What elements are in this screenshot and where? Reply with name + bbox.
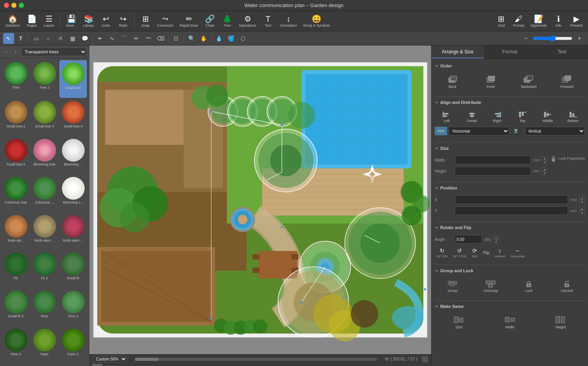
x-input[interactable]: [455, 195, 568, 204]
chain-button[interactable]: 🔗 Chain: [202, 13, 218, 29]
tree-item-multi-stem[interactable]: Multi-ste...: [2, 213, 29, 250]
draw-tool[interactable]: ✏: [131, 33, 142, 44]
tab-text[interactable]: Text: [536, 46, 588, 58]
hypernote-button[interactable]: 📝 Hypernote: [528, 13, 549, 29]
grid-button[interactable]: ⊞ Grid: [494, 13, 509, 29]
y-input[interactable]: [455, 206, 568, 215]
table-tool[interactable]: ▦: [67, 33, 78, 44]
tree-item-palm2[interactable]: Palm 2: [60, 327, 87, 364]
rect-tool[interactable]: ▭: [31, 33, 42, 44]
scroll-bar-h[interactable]: [135, 358, 377, 361]
group-button[interactable]: Group: [435, 278, 470, 294]
tree-item-small-tree4[interactable]: Small tree 4: [60, 99, 87, 136]
operations-button[interactable]: ⚙ Operations: [237, 13, 259, 29]
size-section-header[interactable]: ▼ Size: [435, 144, 585, 152]
tree-item-small-tree5[interactable]: Small tree 5: [2, 137, 29, 174]
pen-tool[interactable]: ✒: [94, 33, 105, 44]
horizontal-distribute-icon[interactable]: [435, 127, 447, 135]
zoom-slider[interactable]: [533, 35, 572, 42]
tree-item-small-tree2[interactable]: Small tree 2: [2, 99, 29, 136]
library-button[interactable]: 📚 Library: [81, 13, 96, 29]
make-size-button[interactable]: Size: [435, 313, 483, 331]
height-stepper[interactable]: ▲ ▼: [542, 167, 547, 175]
bezier-tool[interactable]: ∿: [107, 33, 118, 44]
text-button[interactable]: T Text: [260, 13, 276, 29]
tree-item-columnar2[interactable]: Columnar ...: [31, 175, 58, 212]
angle-down[interactable]: ▼: [494, 239, 499, 243]
tree-item-fir2[interactable]: Fir 2: [31, 251, 58, 288]
make-same-header[interactable]: ▼ Make Same: [435, 302, 585, 310]
connector-button[interactable]: ⤳ Connector: [155, 13, 176, 29]
tree-item-small-tree[interactable]: Small tree: [60, 60, 87, 98]
width-stepper[interactable]: ▲ ▼: [542, 156, 547, 164]
window-controls[interactable]: [4, 3, 24, 8]
zoom-tool[interactable]: 🔍: [186, 33, 197, 44]
align-center-button[interactable]: Center: [460, 109, 484, 124]
width-up[interactable]: ▲: [542, 156, 547, 160]
align-middle-button[interactable]: Middle: [536, 109, 560, 124]
align-left-button[interactable]: Left: [435, 109, 459, 124]
save-button[interactable]: 💾 Save...: [64, 13, 79, 29]
callout-tool[interactable]: 💬: [79, 33, 90, 44]
canvas[interactable]: [89, 46, 431, 354]
tree-item-palm[interactable]: Palm: [31, 327, 58, 364]
tree-item-fir[interactable]: Fir: [2, 251, 29, 288]
paint-tool[interactable]: 🪣: [225, 33, 236, 44]
format-button[interactable]: 🖌 Format: [511, 13, 527, 29]
present-button[interactable]: ▶ Present: [568, 13, 585, 29]
zoom-select[interactable]: Custom 56%: [93, 356, 127, 362]
flip-vertical-button[interactable]: ↕ Vertical: [493, 246, 507, 259]
angle-input[interactable]: 0.00: [455, 235, 482, 244]
height-input[interactable]: [455, 167, 531, 175]
tree-item-pine[interactable]: Pine: [31, 289, 58, 326]
ellipse-tool[interactable]: ○: [43, 33, 54, 44]
crop-tool[interactable]: ⊡: [171, 33, 181, 44]
vertical-select[interactable]: Vertical: [525, 127, 585, 135]
rotate-section-header[interactable]: ▼ Rotate and Flip: [435, 224, 585, 231]
tab-arrange-size[interactable]: Arrange & Size: [432, 46, 484, 58]
orientation-button[interactable]: ↕ Orientation: [278, 13, 299, 29]
width-input[interactable]: [455, 156, 531, 164]
format-paint-tool[interactable]: ⬡: [238, 33, 249, 44]
pages-button[interactable]: 📄 Pages: [24, 13, 40, 29]
tree-item-small-fir[interactable]: Small fir: [60, 251, 87, 288]
tree-item-blooming-c[interactable]: Blooming c...: [60, 175, 87, 212]
position-section-header[interactable]: ▼ Position: [435, 184, 585, 192]
minimize-button[interactable]: [11, 3, 16, 8]
align-top-button[interactable]: Top: [511, 109, 535, 124]
sidebar-next-btn[interactable]: ›: [12, 48, 20, 56]
ungroup-button[interactable]: UnGroup: [473, 278, 508, 294]
rotate-90cw-button[interactable]: ↻ 90° CW: [435, 246, 450, 259]
layers-button[interactable]: ☰ Layers: [41, 13, 57, 29]
garden-canvas[interactable]: [89, 46, 431, 354]
emoji-button[interactable]: 😀 Emoji & Symbols: [301, 13, 332, 29]
arc-tool[interactable]: ⌒: [119, 33, 130, 44]
x-up[interactable]: ▲: [579, 196, 585, 200]
redo-button[interactable]: ↪ Redo: [115, 13, 131, 29]
solutions-button[interactable]: 🏠 Solutions: [3, 13, 22, 29]
tree-button[interactable]: 🌲 Tree: [220, 13, 235, 29]
scroll-thumb-h[interactable]: [135, 358, 158, 361]
x-stepper[interactable]: ▲ ▼: [579, 196, 585, 204]
tree-item-multi-stem2[interactable]: Multi-stem ...: [31, 213, 58, 250]
freehand-tool[interactable]: 〜: [143, 33, 154, 44]
eraser-tool[interactable]: ⌫: [155, 33, 166, 44]
angle-up[interactable]: ▲: [494, 235, 499, 239]
y-down[interactable]: ▼: [579, 211, 585, 215]
height-down[interactable]: ▼: [542, 171, 547, 175]
group-lock-header[interactable]: ▼ Group and Lock: [435, 267, 585, 275]
tree-item-pine3[interactable]: Pine 3: [2, 327, 29, 364]
lock-proportions-button[interactable]: Lock Proportions: [550, 155, 585, 162]
eyedropper-tool[interactable]: 💧: [213, 33, 224, 44]
tab-format[interactable]: Format: [484, 46, 536, 58]
y-stepper[interactable]: ▲ ▼: [579, 207, 585, 215]
rapid-draw-button[interactable]: ✏ Rapid Draw: [178, 13, 201, 29]
tree-item-tree2[interactable]: Tree 2: [31, 60, 58, 98]
align-right-button[interactable]: Right: [485, 109, 509, 124]
category-select[interactable]: Transparent trees: [21, 47, 87, 56]
rotate-180-button[interactable]: ⟳ 180°: [470, 246, 480, 259]
close-button[interactable]: [4, 3, 9, 8]
tree-item-blooming[interactable]: Blooming ...: [60, 137, 87, 174]
forward-button[interactable]: Forward: [549, 73, 585, 90]
align-bottom-button[interactable]: Bottom: [561, 109, 585, 124]
